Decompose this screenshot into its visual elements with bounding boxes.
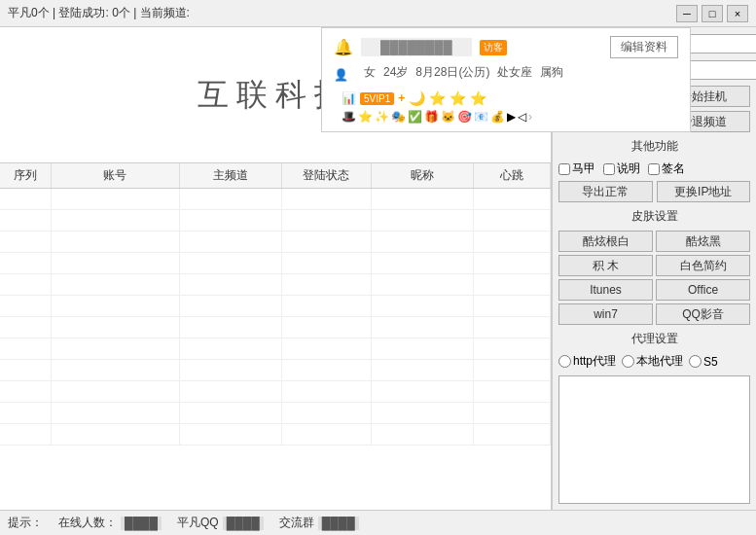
desc-label: 说明 [617, 160, 640, 177]
star-2: ⭐ [429, 90, 446, 106]
table-body [0, 189, 551, 446]
vip-badge: 5VIP1 [360, 92, 394, 105]
disguise-label: 马甲 [572, 160, 595, 177]
user-icon: 🔔 [334, 38, 353, 56]
titlebar: 平凡0个 | 登陆成功: 0个 | 当前频道: ─ □ × [0, 0, 756, 27]
desc-checkbox-label[interactable]: 说明 [603, 160, 640, 177]
star-3: ⭐ [450, 90, 466, 106]
profile-name: ████████ [361, 38, 472, 56]
table-row [0, 424, 551, 446]
other-func-label: 其他功能 [558, 138, 750, 155]
skin-office[interactable]: Office [656, 279, 750, 301]
col-header-heartbeat: 心跳 [474, 163, 551, 189]
local-proxy-label[interactable]: 本地代理 [622, 353, 683, 370]
exchange-label: 交流群 [279, 515, 314, 531]
skin-cool-black[interactable]: 酷炫黑 [656, 231, 750, 252]
col-header-nickname: 昵称 [371, 163, 473, 189]
skin-wood[interactable]: 积 木 [558, 255, 653, 276]
skin-label: 皮肤设置 [558, 208, 750, 225]
s5-proxy-radio[interactable] [689, 355, 702, 368]
local-proxy-text: 本地代理 [636, 353, 683, 370]
star-4: ⭐ [470, 90, 486, 106]
http-proxy-radio[interactable] [558, 355, 571, 368]
edit-profile-button[interactable]: 编辑资料 [610, 36, 678, 58]
statusbar: 提示： 在线人数： ████ 平凡QQ ████ 交流群 ████ [0, 510, 756, 535]
pingan-item: 平凡QQ ████ [177, 515, 264, 531]
desc-checkbox[interactable] [603, 163, 615, 175]
col-header-seq: 序列 [0, 163, 52, 189]
titlebar-status: 平凡0个 | 登陆成功: 0个 | 当前频道: [8, 5, 190, 21]
table-row [0, 339, 551, 360]
money-icon: 💰 [490, 110, 505, 124]
person-icon: 👤 [334, 68, 348, 82]
cat-icon: 🐱 [441, 110, 455, 124]
exchange-value: ████ [318, 517, 359, 530]
star-1: 🌙 [409, 90, 425, 106]
table-row [0, 317, 551, 339]
pingan-label: 平凡QQ [177, 515, 219, 531]
play-icon: ▶ [507, 110, 516, 124]
online-item: 在线人数： ████ [58, 515, 162, 531]
prev-icon: ◁ [518, 110, 526, 124]
restore-button[interactable]: □ [702, 5, 723, 22]
mail-icon: 📧 [474, 110, 488, 124]
titlebar-controls: ─ □ × [676, 5, 748, 22]
minimize-button[interactable]: ─ [676, 5, 698, 22]
proxy-radio-row: http代理 本地代理 S5 [558, 353, 750, 370]
http-proxy-label[interactable]: http代理 [558, 353, 616, 370]
skin-white-simple[interactable]: 白色简约 [656, 255, 750, 276]
table-area: 序列 账号 主频道 登陆状态 昵称 心跳 [0, 163, 552, 510]
change-ip-button[interactable]: 更换IP地址 [657, 181, 751, 202]
sparkle-icon: ✨ [375, 110, 389, 124]
s5-proxy-label[interactable]: S5 [689, 355, 718, 369]
skin-grid: 酷炫根白 酷炫黑 积 木 白色简约 Itunes Office win7 QQ影… [558, 231, 750, 325]
table-row [0, 253, 551, 274]
profile-popup: 🔔 ████████ 访客 编辑资料 👤 女 24岁 8月28日(公历) 处女座… [321, 27, 691, 132]
export-normal-button[interactable]: 导出正常 [558, 181, 653, 202]
gender: 女 [364, 64, 376, 81]
skin-win7[interactable]: win7 [558, 303, 653, 325]
profile-details: 女 24岁 8月28日(公历) 处女座 属狗 [364, 64, 563, 81]
table-row [0, 274, 551, 296]
exchange-item: 交流群 ████ [279, 515, 359, 531]
hint-item: 提示： [8, 515, 43, 531]
sign-checkbox-label[interactable]: 签名 [648, 160, 685, 177]
table-row [0, 360, 551, 381]
sign-checkbox[interactable] [648, 163, 660, 175]
close-button[interactable]: × [727, 5, 748, 22]
trophy-icon: 🎩 [342, 110, 356, 124]
s5-proxy-text: S5 [703, 355, 718, 369]
disguise-checkbox-label[interactable]: 马甲 [558, 160, 595, 177]
gift-icon: 🎁 [424, 110, 439, 124]
status-text: 平凡0个 | 登陆成功: 0个 | 当前频道: [8, 5, 190, 21]
level-icon: 📊 [342, 91, 356, 105]
zodiac: 属狗 [540, 64, 563, 81]
skin-itunes[interactable]: Itunes [558, 279, 653, 301]
pingan-value: ████ [223, 517, 264, 530]
mask-icon: 🎭 [391, 110, 406, 124]
hint-label: 提示： [8, 515, 43, 531]
target-icon: 🎯 [457, 110, 472, 124]
table-header-row: 序列 账号 主频道 登陆状态 昵称 心跳 [0, 163, 551, 189]
proxy-label: 代理设置 [558, 331, 750, 347]
table-row [0, 189, 551, 210]
skin-cool-white[interactable]: 酷炫根白 [558, 231, 653, 252]
export-ip-row: 导出正常 更换IP地址 [558, 181, 750, 202]
accounts-table: 序列 账号 主频道 登陆状态 昵称 心跳 [0, 163, 551, 446]
proxy-input[interactable] [558, 375, 750, 504]
achievement-icons: 🎩 ⭐ ✨ 🎭 ✅ 🎁 🐱 🎯 📧 💰 ▶ ◁ › [342, 110, 678, 124]
disguise-checkbox[interactable] [558, 163, 570, 175]
table-row [0, 232, 551, 253]
more-icon: › [528, 110, 532, 124]
age: 24岁 [383, 64, 408, 81]
col-header-account: 账号 [52, 163, 180, 189]
skin-qq-music[interactable]: QQ影音 [656, 303, 750, 325]
stranger-badge: 访客 [480, 40, 507, 55]
checkbox-row: 马甲 说明 签名 [558, 160, 750, 177]
check-icon: ✅ [408, 110, 422, 124]
constellation: 处女座 [497, 64, 532, 81]
sign-label: 签名 [662, 160, 685, 177]
local-proxy-radio[interactable] [622, 355, 634, 368]
col-header-main-channel: 主频道 [179, 163, 281, 189]
vip-row: 📊 5VIP1 + 🌙 ⭐ ⭐ ⭐ [342, 90, 678, 106]
